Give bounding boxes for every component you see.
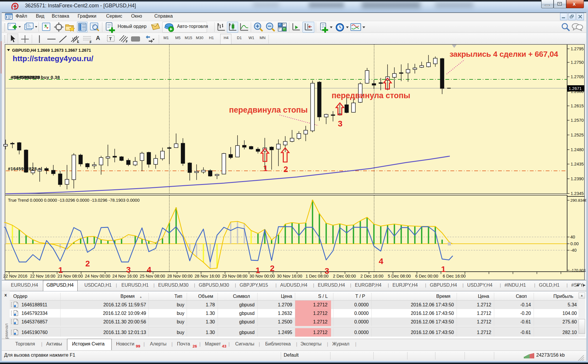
svg-text:3: 3 [338,119,343,128]
svg-text:40: 40 [570,235,575,239]
svg-text:30 Nov 16:00: 30 Nov 16:00 [277,274,302,278]
svg-text:5 Dec 08:00: 5 Dec 08:00 [388,274,411,278]
svg-text:T: T [109,36,112,41]
svg-text:GBPUSD,H4 1.2669 1.2673 1.266: GBPUSD,H4 1.2669 1.2673 1.2667 1.2671 [12,48,91,53]
svg-text:передвинула стопы: передвинула стопы [229,106,308,114]
svg-text:1: 1 [441,265,446,274]
svg-text:23 Nov 08:00: 23 Nov 08:00 [57,274,83,278]
svg-text:закрылись 4 сделки + 667,04: закрылись 4 сделки + 667,04 [450,50,558,59]
svg-text:#1645992828: #1645992828 [11,75,40,80]
svg-text:1 Dec 08:00: 1 Dec 08:00 [305,274,328,278]
svg-text:28 Nov 16:00: 28 Nov 16:00 [195,274,220,278]
svg-text:2: 2 [283,165,288,174]
svg-text:29 Nov 08:00: 29 Nov 08:00 [222,274,247,278]
svg-text:3: 3 [126,265,131,274]
svg-text:2: 2 [270,264,275,273]
svg-text:1.2705: 1.2705 [571,74,584,79]
svg-text:E: E [77,40,79,44]
svg-text:1: 1 [263,164,268,173]
svg-text:#1645992828 sl: #1645992828 sl [8,166,42,171]
svg-text:25 Nov 08:00: 25 Nov 08:00 [140,274,165,278]
svg-text:24 Nov 00:00: 24 Nov 00:00 [85,274,110,278]
svg-text:1.2750: 1.2750 [571,60,584,65]
svg-text:2: 2 [85,259,90,268]
svg-text:30 Nov 00:00: 30 Nov 00:00 [250,274,275,278]
svg-text:6 Dec 16:00: 6 Dec 16:00 [443,274,466,278]
svg-text:-170.801: -170.801 [570,268,586,273]
svg-text:1.2671: 1.2671 [569,86,582,91]
svg-text:2 Dec 00:00: 2 Dec 00:00 [333,274,356,278]
svg-text:F: F [126,40,128,43]
svg-text:передвинула стопы: передвинула стопы [332,91,410,100]
svg-text:F: F [90,40,92,44]
svg-text:-40: -40 [570,248,577,253]
svg-text:True Trend 0.0000 0.0000 -13.0: True Trend 0.0000 0.0000 -13.0296 0.0000… [8,198,140,203]
svg-text:22 Nov 2016: 22 Nov 2016 [3,274,27,278]
svg-text:4: 4 [147,265,151,274]
svg-text:1.2480: 1.2480 [571,147,584,152]
svg-text:24 Nov 16:00: 24 Nov 16:00 [112,274,138,278]
svg-text:1.2570: 1.2570 [571,118,584,123]
svg-text:28 Nov 00:00: 28 Nov 00:00 [167,274,193,278]
svg-text:2 Dec 16:00: 2 Dec 16:00 [360,274,383,278]
svg-text:290.8346: 290.8346 [570,198,587,203]
svg-text:http://strategy4you.ru/: http://strategy4you.ru/ [13,54,93,63]
svg-text:1.2390: 1.2390 [571,176,584,181]
svg-text:1.2795: 1.2795 [571,46,584,51]
svg-text:1: 1 [58,266,63,275]
svg-text:1.2345: 1.2345 [571,191,584,196]
svg-text:22 Nov 16:00: 22 Nov 16:00 [30,274,55,278]
svg-text:6 Dec 00:00: 6 Dec 00:00 [415,274,438,278]
svg-text:0.00: 0.00 [570,241,579,246]
svg-text:1.2615: 1.2615 [571,103,584,108]
svg-text:1.2435: 1.2435 [571,162,584,166]
svg-text:4: 4 [379,257,383,266]
svg-text:1.2525: 1.2525 [571,133,584,137]
